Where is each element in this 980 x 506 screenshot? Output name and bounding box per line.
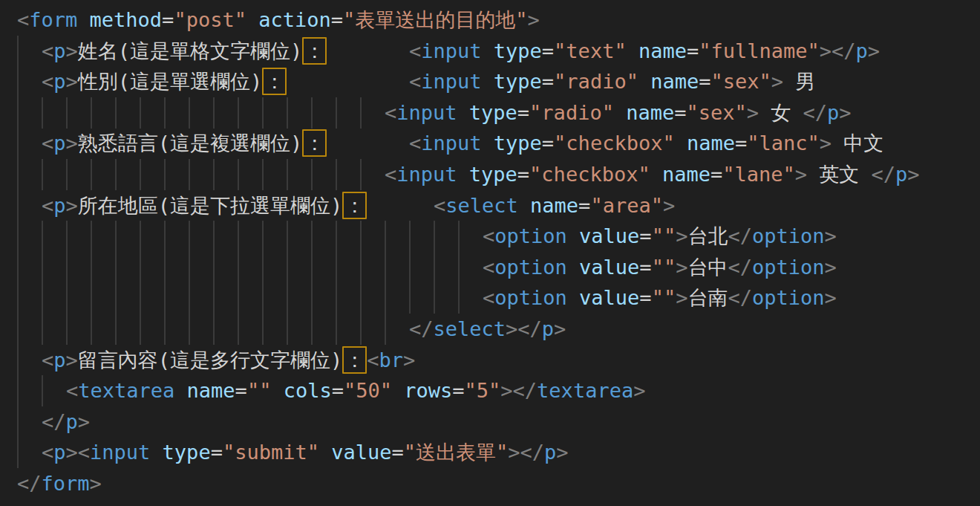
indent-guide <box>336 97 337 129</box>
indent-guide <box>287 97 288 129</box>
code-token <box>650 163 662 186</box>
indent-guide <box>360 159 362 190</box>
indent-guide <box>115 97 117 129</box>
indent-guide <box>287 221 288 252</box>
indent-guide <box>17 406 19 438</box>
code-line[interactable]: <input type="radio" name="sex"> 女 </p> <box>0 97 980 129</box>
code-line[interactable]: <form method="post" action="表單送出的目的地"> <box>0 4 980 36</box>
code-token: 英文 <box>807 163 872 186</box>
code-token: "lane" <box>722 163 795 186</box>
indent-guide <box>262 282 264 314</box>
indent-guide <box>189 97 190 129</box>
code-token: = <box>639 224 651 247</box>
code-token: > <box>554 317 566 340</box>
indent-guide <box>164 282 166 314</box>
code-editor[interactable]: <form method="post" action="表單送出的目的地"><p… <box>0 0 980 506</box>
code-token: </ <box>520 441 545 464</box>
code-token <box>482 39 494 62</box>
code-segment: <p>所在地區(這是下拉選單欄位)： <box>42 190 367 221</box>
indent-guide <box>189 252 190 283</box>
code-token: textarea <box>537 379 633 402</box>
code-token: "checkbox" <box>529 163 650 186</box>
code-token: > <box>676 224 687 247</box>
code-token: > <box>66 39 78 62</box>
code-token <box>271 379 283 402</box>
code-line[interactable]: <p>熟悉語言(這是複選欄位)：<input type="checkbox" n… <box>0 128 980 159</box>
code-token <box>174 379 186 402</box>
code-token: p <box>66 410 78 433</box>
code-token: form <box>42 472 90 495</box>
code-token: </ <box>517 317 542 340</box>
indent-guide <box>311 282 313 314</box>
code-line[interactable]: <textarea name="" cols="50" rows="5"></t… <box>0 375 980 406</box>
indent-guide <box>140 97 141 129</box>
code-line[interactable]: <p>性別(這是單選欄位)：<input type="radio" name="… <box>0 66 980 97</box>
code-token: </ <box>728 286 752 309</box>
indent-guide <box>17 375 19 406</box>
code-token: "lanc" <box>747 132 820 155</box>
code-line[interactable]: <option value="">台南</option> <box>0 282 980 314</box>
code-line[interactable]: <option value="">台中</option> <box>0 252 980 283</box>
code-token: 姓名(這是單格文字欄位) <box>78 39 303 62</box>
code-token: option <box>752 256 825 279</box>
code-token: </ <box>17 472 42 495</box>
code-token: = <box>392 441 404 464</box>
code-token: 男 <box>783 70 815 93</box>
code-line[interactable]: <p>姓名(這是單格文字欄位)：<input type="text" name=… <box>0 36 980 67</box>
code-line[interactable]: </form> <box>0 468 980 499</box>
code-token: option <box>494 224 567 247</box>
code-token: < <box>434 194 445 217</box>
code-token <box>638 70 650 93</box>
code-token: name <box>650 70 699 93</box>
code-line[interactable]: <p>所在地區(這是下拉選單欄位)：<select name="area"> <box>0 190 980 221</box>
indent-guide <box>17 97 19 129</box>
code-token <box>482 70 494 93</box>
code-token: "" <box>652 286 676 309</box>
indent-guide <box>66 252 68 283</box>
code-token: action <box>258 8 331 31</box>
indent-guide <box>360 282 362 314</box>
indent-guide <box>360 314 362 345</box>
code-token: p <box>827 101 839 124</box>
indent-guide <box>17 190 19 221</box>
code-token: "post" <box>174 8 246 31</box>
code-token: </ <box>803 101 828 124</box>
code-token: name <box>626 101 674 124</box>
code-token: > <box>676 256 687 279</box>
code-token: < <box>409 70 421 93</box>
code-token: "50" <box>344 379 392 402</box>
code-token: value <box>579 286 639 309</box>
code-token: = <box>639 286 651 309</box>
indent-guide <box>140 221 141 252</box>
code-token: = <box>710 163 722 186</box>
indent-guide <box>17 345 19 376</box>
code-token: > <box>868 39 880 62</box>
indent-guide <box>287 252 288 283</box>
unicode-highlight-box: ： <box>342 192 367 219</box>
code-line[interactable]: <input type="checkbox" name="lane"> 英文 <… <box>0 159 980 190</box>
code-token: option <box>752 224 825 247</box>
code-line[interactable]: <p><input type="submit" value="送出表單"></p… <box>0 437 980 468</box>
code-line[interactable]: </select></p> <box>0 314 980 345</box>
indent-guide <box>140 159 141 190</box>
code-token <box>567 256 579 279</box>
code-token: "sex" <box>710 70 771 93</box>
code-segment: <input type="checkbox" name="lanc"> 中文 <box>409 128 883 159</box>
code-line[interactable]: <p>留言內容(這是多行文字欄位)：<br> <box>0 345 980 376</box>
code-token: > <box>663 194 675 217</box>
code-segment: <select name="area"> <box>434 190 675 221</box>
code-line[interactable]: </p> <box>0 406 980 438</box>
code-token: </ <box>832 39 856 62</box>
code-line[interactable]: <option value="">台北</option> <box>0 221 980 252</box>
code-token: type <box>163 441 211 464</box>
code-token <box>482 132 494 155</box>
indent-guide <box>434 282 435 314</box>
code-token <box>675 132 687 155</box>
code-token: < <box>78 441 90 464</box>
code-token: name <box>638 39 687 62</box>
code-token: </ <box>872 163 896 186</box>
indent-guide <box>213 159 215 190</box>
indent-guide <box>164 252 166 283</box>
code-token: "sex" <box>686 101 746 124</box>
code-token: option <box>752 286 825 309</box>
